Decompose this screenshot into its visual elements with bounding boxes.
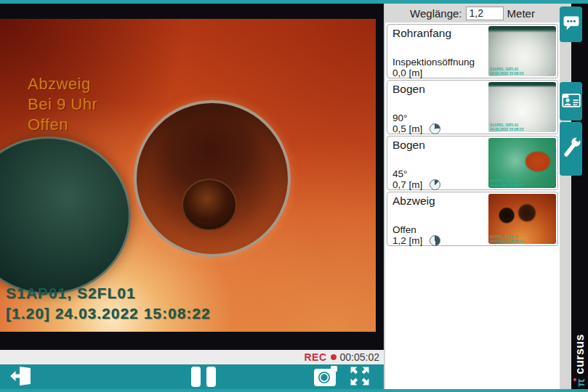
- thumbnail-overlay-text: S1AP01, S2FL01 24.03.2022 15:08:22: [490, 123, 523, 131]
- speech-bubble-ellipsis-icon: [563, 14, 580, 35]
- list-item-abzweig[interactable]: Abzweig Offen 1,2 [m] S1AP01, S2FL01 24.…: [387, 192, 558, 246]
- weglaenge-input[interactable]: [466, 7, 504, 20]
- item-detail: Inspektionsöffnung: [392, 57, 475, 68]
- rec-label: REC: [304, 351, 326, 363]
- item-title: Bogen: [392, 139, 425, 152]
- path-length-header: Weglänge: Meter: [385, 4, 560, 23]
- observation-list: Rohranfang Inspektionsöffnung 0,0 [m] S1…: [385, 23, 560, 246]
- video-letterbox: Abzweig Bei 9 Uhr Offen S1AP01, S2FL01 […: [0, 4, 384, 350]
- fullscreen-button[interactable]: [345, 364, 375, 389]
- thumbnail-overlay-text: S1AP01, S2FL01 24.03.2022 15:08:22: [490, 67, 523, 75]
- video-overlay-timestamp: [1.20] 24.03.2022 15:08:22: [6, 305, 211, 322]
- list-item-rohranfang[interactable]: Rohranfang Inspektionsöffnung 0,0 [m] S1…: [387, 24, 558, 78]
- thumbnail-overlay-text: S1AP01, S2FL01 24.03.2022 15:08:22: [490, 179, 523, 187]
- pipe-inner-depth: [182, 179, 237, 231]
- pause-icon: [188, 367, 219, 387]
- item-distance: 1,2 [m]: [392, 235, 440, 246]
- item-detail: 45°: [392, 168, 407, 179]
- contact-card-tab[interactable]: [560, 82, 582, 121]
- brand-name: cursus: [573, 334, 587, 374]
- item-title: Abzweig: [392, 195, 435, 208]
- exit-button[interactable]: [6, 364, 38, 389]
- rec-dot-icon: [331, 354, 337, 360]
- list-item-bogen-90[interactable]: Bogen 90° 0,5 [m] S1AP01, S2FL01 24.03.2…: [387, 80, 558, 134]
- recording-status-bar: REC 00:05:02: [0, 350, 384, 364]
- comments-tab[interactable]: [560, 7, 582, 42]
- item-detail: Offen: [392, 224, 416, 235]
- live-camera-feed: Abzweig Bei 9 Uhr Offen S1AP01, S2FL01 […: [0, 19, 376, 332]
- item-title: Rohranfang: [392, 27, 451, 40]
- item-thumbnail: S1AP01, S2FL01 24.03.2022 15:08:22: [488, 82, 556, 132]
- thumbnail-overlay-text: S1AP01, S2FL01 24.03.2022 15:08:22: [490, 234, 523, 243]
- item-thumbnail: S1AP01, S2FL01 24.03.2022 15:08:22: [488, 138, 556, 188]
- inspection-panel: Weglänge: Meter Rohranfang Inspektionsöf…: [385, 4, 560, 389]
- weglaenge-label: Weglänge:: [410, 7, 462, 20]
- rec-time: 00:05:02: [340, 351, 380, 363]
- camera-icon: [313, 365, 339, 389]
- item-distance: 0,5 [m]: [392, 123, 440, 134]
- wrench-icon: [562, 134, 581, 165]
- list-item-bogen-45[interactable]: Bogen 45° 0,7 [m] S1AP01, S2FL01 24.03.2…: [387, 136, 558, 190]
- item-thumbnail: S1AP01, S2FL01 24.03.2022 15:08:22: [488, 26, 556, 76]
- id-card-icon: [562, 91, 581, 111]
- brand-dot: [573, 378, 576, 381]
- item-detail: 90°: [392, 113, 407, 123]
- brand-logo: π cursus: [572, 317, 588, 390]
- video-overlay-ids: S1AP01, S2FL01: [6, 285, 211, 302]
- pause-button[interactable]: [186, 364, 221, 389]
- settings-tab[interactable]: [560, 122, 582, 176]
- meter-label: Meter: [507, 7, 535, 20]
- pipe-branch-opening: [0, 136, 131, 295]
- snapshot-button[interactable]: [311, 364, 342, 389]
- item-distance: 0,7 [m]: [392, 179, 440, 190]
- inspection-app-window: Abzweig Bei 9 Uhr Offen S1AP01, S2FL01 […: [0, 0, 588, 392]
- angle-pie-icon: [430, 179, 440, 190]
- angle-pie-icon: [430, 235, 440, 246]
- item-title: Bogen: [392, 83, 425, 96]
- side-rail-gutter: [560, 4, 571, 389]
- video-control-bar: [0, 364, 384, 389]
- video-overlay-observation: Abzweig Bei 9 Uhr Offen: [28, 74, 97, 135]
- item-thumbnail: S1AP01, S2FL01 24.03.2022 15:08:22: [488, 194, 556, 244]
- item-distance: 0,0 [m]: [392, 68, 422, 78]
- expand-arrows-icon: [348, 364, 371, 390]
- pipe-main-opening: [134, 100, 291, 257]
- exit-door-icon: [9, 365, 35, 389]
- angle-pie-icon: [430, 123, 440, 134]
- video-overlay-meta: S1AP01, S2FL01 [1.20] 24.03.2022 15:08:2…: [6, 285, 211, 322]
